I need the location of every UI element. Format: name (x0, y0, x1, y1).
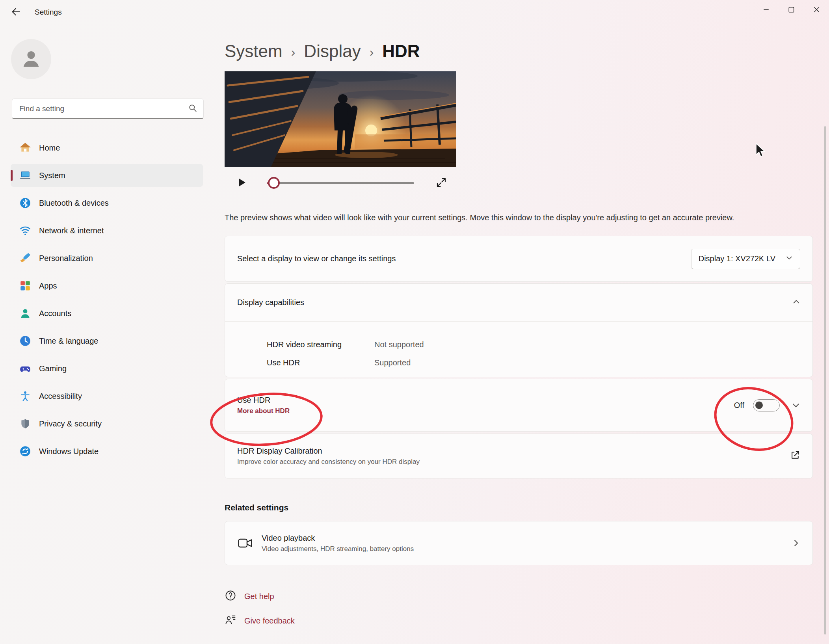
display-select-value: Display 1: XV272K LV (699, 254, 775, 263)
display-select-label: Select a display to view or change its s… (237, 254, 396, 263)
breadcrumb: System › Display › HDR (225, 41, 813, 61)
help-icon (225, 590, 236, 603)
sidebar-item-apps[interactable]: Apps (11, 274, 203, 297)
sidebar-item-label: Gaming (39, 364, 67, 373)
video-playback-title: Video playback (262, 534, 414, 543)
bluetooth-icon (19, 197, 31, 209)
accessibility-person-icon (19, 390, 31, 402)
capability-row-hdr-streaming: HDR video streaming Not supported (267, 335, 800, 354)
person-icon (20, 47, 43, 71)
search-box (12, 99, 204, 119)
sidebar-item-label: System (39, 171, 65, 180)
capability-name: HDR video streaming (267, 340, 374, 349)
sidebar-item-label: Home (39, 143, 60, 153)
chevron-up-icon (792, 298, 800, 307)
sidebar-item-label: Bluetooth & devices (39, 199, 109, 208)
more-about-hdr-link[interactable]: More about HDR (237, 407, 290, 415)
seek-slider[interactable] (267, 182, 414, 184)
breadcrumb-separator-icon: › (370, 43, 374, 60)
capability-name: Use HDR (267, 358, 374, 367)
related-settings-header: Related settings (225, 503, 813, 512)
sidebar: Home System Bluetooth & devices Network … (0, 24, 204, 644)
sidebar-item-time-language[interactable]: Time & language (11, 329, 203, 352)
window-title: Settings (35, 8, 62, 17)
video-controls (225, 171, 456, 196)
seek-knob[interactable] (268, 177, 280, 189)
give-feedback-link[interactable]: Give feedback (225, 614, 295, 627)
search-input[interactable] (19, 104, 188, 114)
breadcrumb-system[interactable]: System (225, 41, 283, 61)
sidebar-item-home[interactable]: Home (11, 136, 203, 159)
accounts-person-icon (19, 307, 31, 319)
play-button[interactable] (235, 176, 249, 190)
sidebar-item-label: Accessibility (39, 392, 82, 401)
close-button[interactable] (804, 0, 829, 20)
sidebar-item-system[interactable]: System (11, 164, 203, 187)
wifi-icon (19, 225, 31, 236)
external-link-icon (790, 450, 800, 462)
titlebar: Settings (0, 0, 829, 24)
capability-value: Supported (374, 358, 411, 367)
system-icon (19, 169, 31, 181)
sidebar-item-network[interactable]: Network & internet (11, 219, 203, 242)
breadcrumb-display[interactable]: Display (304, 41, 361, 61)
brush-icon (19, 252, 31, 264)
maximize-button[interactable] (779, 0, 804, 20)
user-avatar[interactable] (11, 39, 51, 79)
give-feedback-label: Give feedback (244, 616, 295, 625)
sidebar-item-label: Network & internet (39, 226, 104, 235)
display-select-card: Select a display to view or change its s… (225, 236, 813, 282)
close-icon (814, 7, 820, 14)
maximize-icon (788, 7, 794, 14)
sidebar-item-windows-update[interactable]: Windows Update (11, 440, 203, 463)
breadcrumb-separator-icon: › (291, 43, 296, 60)
sidebar-item-label: Time & language (39, 337, 98, 346)
update-arrows-icon (19, 445, 31, 457)
hdr-calibration-card[interactable]: HDR Display Calibration Improve color ac… (225, 434, 813, 478)
hdr-calibration-subtitle: Improve color accuracy and consistency o… (237, 458, 420, 466)
window-controls (753, 0, 829, 20)
sidebar-item-gaming[interactable]: Gaming (11, 357, 203, 380)
display-select-dropdown[interactable]: Display 1: XV272K LV (691, 249, 800, 269)
sidebar-item-accounts[interactable]: Accounts (11, 302, 203, 325)
display-capabilities-header[interactable]: Display capabilities (225, 284, 812, 322)
minimize-icon (763, 7, 769, 14)
sidebar-item-label: Accounts (39, 309, 71, 318)
minimize-button[interactable] (753, 0, 779, 20)
sidebar-item-label: Windows Update (39, 447, 99, 456)
hdr-calibration-title: HDR Display Calibration (237, 447, 420, 456)
apps-grid-icon (19, 280, 31, 292)
scrollbar[interactable] (824, 126, 826, 635)
display-capabilities-rows: HDR video streaming Not supported Use HD… (225, 322, 812, 372)
sidebar-item-personalization[interactable]: Personalization (11, 247, 203, 270)
toggle-state-label: Off (734, 401, 744, 410)
get-help-label: Get help (244, 592, 274, 601)
feedback-icon (225, 614, 236, 627)
chevron-down-icon (786, 254, 793, 263)
video-playback-subtitle: Video adjustments, HDR streaming, batter… (262, 545, 414, 553)
sidebar-item-label: Apps (39, 281, 57, 290)
hdr-video-preview (225, 71, 456, 167)
use-hdr-toggle[interactable] (753, 399, 780, 411)
display-capabilities-card: Display capabilities HDR video streaming… (225, 283, 813, 377)
page-title-hdr: HDR (382, 41, 420, 61)
back-button[interactable] (6, 4, 25, 20)
chevron-down-icon[interactable] (792, 401, 800, 409)
sidebar-item-bluetooth[interactable]: Bluetooth & devices (11, 192, 203, 214)
sidebar-item-label: Personalization (39, 254, 93, 263)
fullscreen-button[interactable] (435, 176, 448, 190)
chevron-right-icon (792, 539, 800, 547)
toggle-knob (755, 402, 763, 409)
back-arrow-icon (11, 7, 20, 18)
video-camera-icon (237, 535, 253, 551)
use-hdr-card: Use HDR More about HDR Off (225, 379, 813, 432)
sidebar-item-privacy[interactable]: Privacy & security (11, 412, 203, 435)
sidebar-item-accessibility[interactable]: Accessibility (11, 385, 203, 408)
main-content: System › Display › HDR (225, 24, 813, 627)
use-hdr-toggle-group: Off (734, 399, 800, 411)
get-help-link[interactable]: Get help (225, 590, 274, 603)
preview-description: The preview shows what video will look l… (225, 212, 784, 224)
home-icon (19, 142, 31, 154)
video-playback-card[interactable]: Video playback Video adjustments, HDR st… (225, 521, 813, 565)
search-icon (188, 104, 197, 114)
